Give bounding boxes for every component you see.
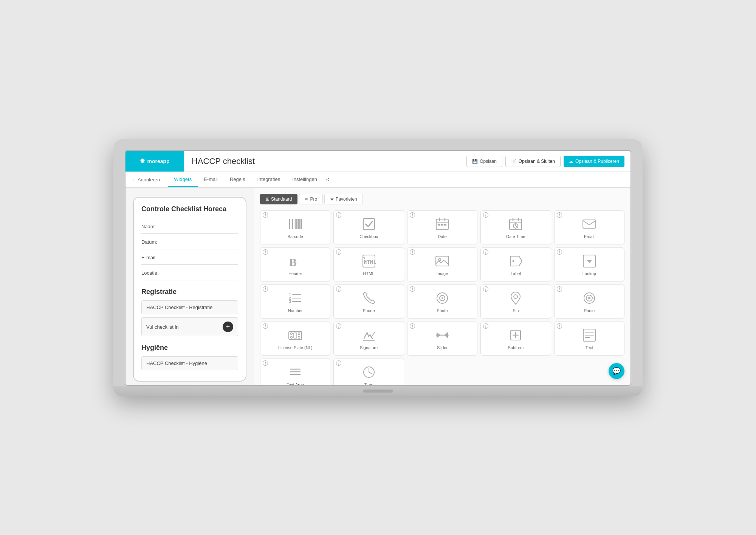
widget-signature[interactable]: i Signature [333,322,404,356]
svg-rect-15 [441,224,443,226]
widget-pin[interactable]: i Pin [480,285,551,319]
licenseplate-icon [287,327,303,343]
filter-favorieten[interactable]: ★ Favorieten [324,194,363,204]
info-icon: i [263,286,268,292]
widget-phone[interactable]: i Phone [333,285,404,319]
datetime-label: Date Time [506,234,525,239]
chat-fab-button[interactable]: 💬 [609,363,624,379]
svg-rect-16 [444,224,446,226]
nav-collapse-button[interactable]: < [323,172,332,187]
checkbox-label: Checkbox [359,234,378,239]
time-label: Time [364,382,373,385]
section-hygiene: Hygiëne [141,344,238,352]
page-title: HACCP checklist [192,156,459,166]
tab-widgets[interactable]: Widgets [168,172,198,187]
lookup-icon [581,253,597,269]
filter-standaard[interactable]: ⊞ Standaard [260,194,297,204]
info-icon: i [263,212,268,218]
widget-number[interactable]: i 1 2 3 Number [260,285,330,319]
widget-lookup[interactable]: i Lookup [554,247,624,281]
widget-textarea[interactable]: i Text Area [260,359,330,385]
html-icon: HTML [361,253,377,269]
widget-photo[interactable]: i Photo [407,285,477,319]
email-label: Email [584,234,595,239]
tab-instellingen[interactable]: Instellingen [286,172,323,187]
svg-rect-24 [583,220,596,228]
number-icon: 1 2 3 [287,290,303,306]
subform-registratie-item[interactable]: Vul checklist in + [141,317,238,336]
label-icon [508,253,524,269]
svg-point-30 [513,260,514,262]
field-naam: Naam: [141,219,238,234]
number-label: Number [288,308,303,313]
widgets-panel: ⊞ Standaard ✏ Pro ★ Favorieten [254,188,631,385]
date-icon [434,216,450,232]
save-publish-button[interactable]: ☁ Opslaan & Publiceren [564,156,624,167]
widget-time[interactable]: i Time [333,359,404,385]
widget-slider[interactable]: i Slider [407,322,477,356]
back-button[interactable]: ← Annuleren [125,172,166,187]
svg-point-48 [298,333,300,335]
widget-date[interactable]: i Date [407,210,477,244]
barcode-label: Barcode [288,234,303,239]
save-button[interactable]: 💾 Opslaan [466,156,502,167]
top-actions: 💾 Opslaan 📄 Opslaan & Sluiten ☁ Opslaan … [466,156,631,167]
svg-rect-3 [294,219,294,229]
svg-marker-54 [437,332,440,338]
textarea-icon [287,364,303,380]
widget-licenseplate[interactable]: i License Plate (NL) [260,322,330,356]
widget-text[interactable]: i Text [554,322,624,356]
html-label: HTML [363,271,375,276]
svg-rect-6 [298,219,299,229]
info-icon: i [336,212,341,218]
add-item-button[interactable]: + [223,322,233,332]
tab-email[interactable]: E-mail [198,172,224,187]
svg-text:3: 3 [289,299,291,304]
widget-barcode[interactable]: i B [260,210,330,244]
info-icon: i [557,212,562,218]
svg-rect-50 [294,333,297,338]
textarea-label: Text Area [287,382,304,385]
tab-regels[interactable]: Regels [224,172,251,187]
header-label: Header [288,271,302,276]
phone-label: Phone [363,308,375,313]
widget-filter-tabs: ⊞ Standaard ✏ Pro ★ Favorieten [260,194,624,204]
svg-rect-28 [436,256,449,266]
radio-icon [581,290,597,306]
widget-image[interactable]: i Image [407,247,477,281]
widget-radio[interactable]: i Radio [554,285,624,319]
info-icon: i [263,249,268,255]
logo-area: ❋ moreapp [125,151,184,172]
save-icon: 💾 [472,159,478,164]
pro-icon: ✏ [305,196,308,202]
date-label: Date [438,234,446,239]
svg-rect-2 [292,219,293,229]
info-icon: i [336,360,341,366]
widget-email[interactable]: i Email [554,210,624,244]
svg-line-68 [369,372,372,374]
info-icon: i [483,323,488,329]
widget-header[interactable]: i B Header [260,247,330,281]
label-label: Label [511,271,521,276]
filter-pro[interactable]: ✏ Pro [299,194,323,204]
widget-html[interactable]: i HTML HTML [333,247,404,281]
widget-datetime[interactable]: i Date Time [480,210,551,244]
widget-checkbox[interactable]: i Checkbox [333,210,404,244]
field-locatie: Locatie: [141,266,238,280]
subform-icon [508,327,524,343]
logo-icon: ❋ [140,158,145,165]
tab-integraties[interactable]: Integraties [251,172,286,187]
text-label: Text [586,345,593,350]
subform-hygiene-title: HACCP Checklist - Hygiëne [141,356,238,370]
save-close-button[interactable]: 📄 Opslaan & Sluiten [505,156,561,167]
datetime-icon [508,216,524,232]
pin-label: Pin [513,308,519,313]
svg-rect-8 [301,219,302,229]
signature-icon [361,327,377,343]
text-icon [581,327,597,343]
widget-label[interactable]: i Label [480,247,551,281]
info-icon: i [410,323,415,329]
widget-subform[interactable]: i Subform [480,322,551,356]
slider-icon [434,327,450,343]
info-icon: i [263,360,268,366]
